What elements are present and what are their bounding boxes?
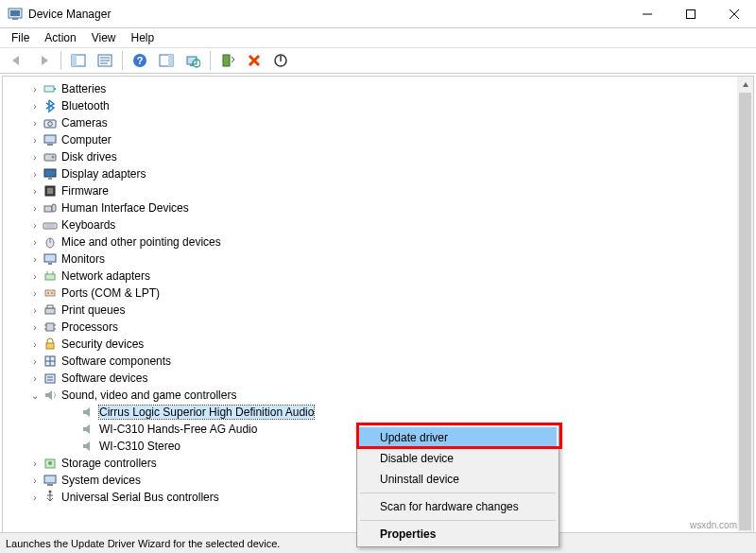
chevron-right-icon[interactable]: ›: [29, 117, 41, 129]
tree-item-mice[interactable]: ›Mice and other pointing devices: [3, 233, 753, 251]
menu-help[interactable]: Help: [124, 29, 163, 46]
svg-rect-53: [46, 323, 54, 331]
tree-item-hid[interactable]: ›Human Interface Devices: [3, 199, 753, 216]
chevron-right-icon[interactable]: ›: [29, 134, 41, 146]
monitor-icon: [43, 251, 58, 267]
svg-point-67: [49, 491, 52, 493]
context-uninstall-device[interactable]: Uninstall device: [359, 469, 557, 490]
svg-rect-65: [44, 475, 56, 483]
chevron-right-icon[interactable]: ›: [29, 236, 41, 248]
svg-rect-66: [47, 484, 53, 486]
watermark: wsxdn.com: [690, 520, 737, 530]
security-icon: [43, 337, 58, 352]
disk-drive-icon: [43, 149, 58, 164]
properties-button[interactable]: [93, 49, 117, 72]
tree-item-bluetooth[interactable]: ›Bluetooth: [3, 97, 753, 114]
menu-action[interactable]: Action: [37, 29, 83, 46]
tree-item-disk-drives[interactable]: ›Disk drives: [3, 148, 753, 165]
tree-item-display-adapters[interactable]: ›Display adapters: [3, 165, 753, 182]
scan-hardware-button[interactable]: [180, 49, 205, 72]
update-driver-button[interactable]: [215, 49, 240, 72]
chevron-right-icon[interactable]: ›: [29, 475, 41, 486]
chevron-right-icon[interactable]: ›: [29, 458, 41, 469]
tree-item-processors[interactable]: ›Processors: [3, 319, 753, 336]
tree-item-software-devices[interactable]: ›Software devices: [3, 370, 753, 387]
system-device-icon: [43, 473, 58, 488]
menu-file[interactable]: File: [4, 29, 37, 46]
back-button[interactable]: [5, 49, 29, 72]
firmware-icon: [43, 183, 58, 199]
chevron-right-icon[interactable]: ›: [29, 270, 41, 282]
action-pane-button[interactable]: [154, 49, 179, 72]
network-adapter-icon: [43, 268, 58, 284]
tree-item-cirrus-audio[interactable]: ›Cirrus Logic Superior High Definition A…: [3, 404, 753, 421]
sound-icon: [43, 388, 58, 403]
printer-icon: [43, 302, 58, 318]
minimize-button[interactable]: [626, 0, 669, 28]
svg-rect-45: [45, 274, 55, 280]
context-separator: [360, 493, 556, 493]
show-hide-console-tree-button[interactable]: [66, 49, 91, 72]
tree-item-keyboards[interactable]: ›Keyboards: [3, 216, 753, 233]
chevron-right-icon[interactable]: ›: [29, 185, 41, 197]
display-adapter-icon: [43, 166, 58, 181]
menu-view[interactable]: View: [84, 29, 124, 46]
context-scan-hardware[interactable]: Scan for hardware changes: [359, 496, 557, 517]
scroll-up-arrow-icon[interactable]: [737, 77, 753, 93]
svg-rect-38: [43, 223, 57, 229]
chevron-down-icon[interactable]: ⌄: [29, 389, 41, 401]
tree-item-ports[interactable]: ›Ports (COM & LPT): [3, 285, 753, 302]
tree-item-monitors[interactable]: ›Monitors: [3, 251, 753, 268]
svg-point-64: [48, 461, 52, 465]
chevron-right-icon[interactable]: ›: [29, 151, 41, 163]
tree-item-batteries[interactable]: ›Batteries: [3, 80, 753, 97]
chevron-right-icon[interactable]: ›: [29, 100, 41, 112]
uninstall-device-button[interactable]: [242, 49, 266, 72]
chevron-right-icon[interactable]: ›: [29, 253, 41, 265]
scrollbar-thumb[interactable]: [739, 93, 751, 530]
chevron-right-icon[interactable]: ›: [29, 355, 41, 367]
mouse-icon: [43, 234, 58, 250]
camera-icon: [43, 115, 58, 130]
app-icon: [8, 7, 23, 22]
context-disable-device[interactable]: Disable device: [359, 448, 557, 469]
menu-bar: File Action View Help: [0, 28, 756, 47]
tree-item-sound[interactable]: ⌄Sound, video and game controllers: [3, 387, 753, 404]
svg-rect-60: [45, 374, 55, 383]
forward-button[interactable]: [31, 49, 56, 72]
tree-item-firmware[interactable]: ›Firmware: [3, 182, 753, 199]
help-button[interactable]: ?: [128, 49, 152, 72]
tree-item-network-adapters[interactable]: ›Network adapters: [3, 268, 753, 285]
keyboard-icon: [43, 217, 58, 233]
svg-rect-35: [47, 188, 53, 194]
chevron-right-icon[interactable]: ›: [29, 219, 41, 231]
close-button[interactable]: [713, 0, 756, 28]
chevron-right-icon[interactable]: ›: [29, 304, 41, 316]
chevron-right-icon[interactable]: ›: [29, 321, 41, 333]
tree-item-software-components[interactable]: ›Software components: [3, 353, 753, 370]
chevron-right-icon[interactable]: ›: [29, 287, 41, 299]
hid-icon: [43, 200, 58, 216]
chevron-right-icon[interactable]: ›: [29, 372, 41, 384]
svg-text:?: ?: [137, 55, 144, 66]
svg-rect-44: [48, 263, 52, 265]
tree-item-computer[interactable]: ›Computer: [3, 131, 753, 148]
vertical-scrollbar[interactable]: [737, 77, 753, 546]
tree-item-cameras[interactable]: ›Cameras: [3, 114, 753, 131]
svg-rect-20: [223, 55, 230, 66]
chevron-right-icon[interactable]: ›: [29, 492, 41, 503]
speaker-icon: [80, 422, 95, 437]
tree-item-security-devices[interactable]: ›Security devices: [3, 336, 753, 353]
svg-rect-28: [44, 135, 56, 143]
chevron-right-icon[interactable]: ›: [29, 168, 41, 180]
context-update-driver[interactable]: Update driver: [359, 427, 557, 448]
software-component-icon: [43, 354, 58, 369]
disable-device-button[interactable]: [268, 49, 293, 72]
chevron-right-icon[interactable]: ›: [29, 202, 41, 214]
svg-rect-16: [168, 55, 173, 66]
chevron-right-icon[interactable]: ›: [29, 338, 41, 350]
tree-item-print-queues[interactable]: ›Print queues: [3, 302, 753, 319]
maximize-button[interactable]: [669, 0, 713, 28]
context-properties[interactable]: Properties: [359, 524, 557, 544]
chevron-right-icon[interactable]: ›: [29, 83, 41, 95]
